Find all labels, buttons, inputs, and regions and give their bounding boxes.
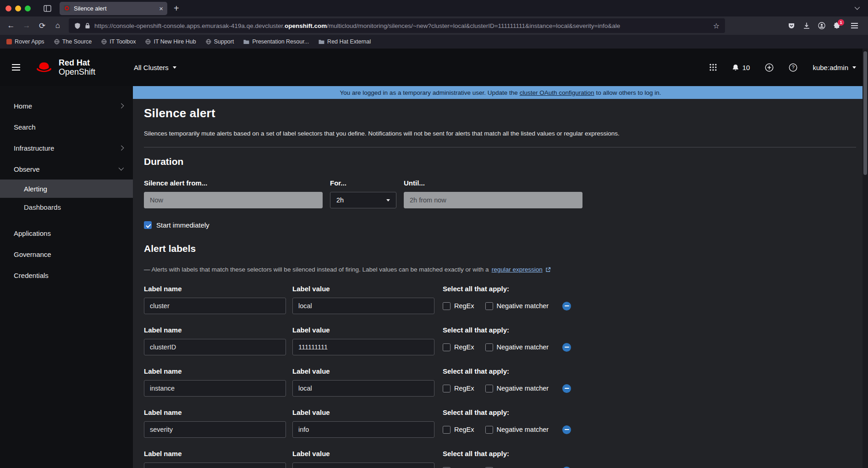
close-window-button[interactable] xyxy=(5,5,11,11)
lock-icon[interactable] xyxy=(85,22,90,29)
account-icon[interactable] xyxy=(818,22,825,29)
sidebar-item-infrastructure[interactable]: Infrastructure xyxy=(0,137,133,158)
sidebar-item-alerting[interactable]: Alerting xyxy=(0,180,133,198)
minimize-window-button[interactable] xyxy=(15,5,21,11)
reload-button[interactable]: ⟳ xyxy=(35,18,49,33)
notifications-button[interactable]: 10 xyxy=(732,64,750,71)
select-all-heading: Select all that apply: xyxy=(443,367,856,375)
import-plus-icon[interactable] xyxy=(765,63,774,72)
regex-option[interactable]: RegEx xyxy=(443,385,474,392)
negative-matcher-option[interactable]: Negative matcher xyxy=(485,426,549,434)
sidebar-item-dashboards[interactable]: Dashboards xyxy=(0,198,133,216)
browser-tab[interactable]: Silence alert × xyxy=(60,2,167,15)
brand-line-1: Red Hat xyxy=(59,58,95,67)
forward-button[interactable]: → xyxy=(19,18,34,33)
maximize-window-button[interactable] xyxy=(25,5,31,11)
masthead-toolbar: 10 ? kube:admin xyxy=(709,63,856,72)
label-value-input[interactable] xyxy=(292,339,434,355)
label-value-input[interactable] xyxy=(292,380,434,397)
negative-matcher-checkbox[interactable] xyxy=(485,343,493,351)
temporary-admin-banner: You are logged in as a temporary adminis… xyxy=(133,86,868,99)
url-text[interactable]: https://console-openshift-console.apps.e… xyxy=(94,22,709,29)
sidebar-item-applications[interactable]: Applications xyxy=(0,223,133,244)
page-scrollbar[interactable] xyxy=(863,49,868,468)
label-value-heading: Label value xyxy=(292,285,434,293)
back-button[interactable]: ← xyxy=(4,18,18,33)
user-menu[interactable]: kube:admin xyxy=(813,64,856,71)
label-name-heading: Label name xyxy=(144,408,286,417)
globe-icon xyxy=(54,39,60,44)
help-icon[interactable]: ? xyxy=(789,63,797,72)
main-content: You are logged in as a temporary adminis… xyxy=(133,86,868,468)
url-bar[interactable]: https://console-openshift-console.apps.e… xyxy=(69,18,725,33)
label-value-input[interactable] xyxy=(292,298,434,314)
remove-label-button[interactable] xyxy=(562,384,571,393)
tracking-shield-icon[interactable] xyxy=(74,22,81,29)
cluster-selector[interactable]: All Clusters xyxy=(134,64,176,71)
sidebar-item-search[interactable]: Search xyxy=(0,116,133,137)
browser-toolbar: ← → ⟳ ⌂ https://console-openshift-consol… xyxy=(0,16,868,35)
cluster-oauth-link[interactable]: cluster OAuth configuration xyxy=(520,89,594,96)
regex-option[interactable]: RegEx xyxy=(443,343,474,351)
sidebar-item-credentials[interactable]: Credentials xyxy=(0,265,133,286)
new-tab-button[interactable]: + xyxy=(174,3,179,14)
bookmark-folder-red-hat-external[interactable]: Red Hat External xyxy=(319,38,371,45)
duration-select[interactable]: 2h xyxy=(330,192,396,208)
negative-matcher-checkbox[interactable] xyxy=(485,302,493,310)
regex-option[interactable]: RegEx xyxy=(443,302,474,310)
sidebar-item-observe[interactable]: Observe xyxy=(0,158,133,180)
app-launcher-icon[interactable] xyxy=(709,64,717,71)
app-menu-icon[interactable] xyxy=(851,23,858,28)
list-all-tabs-icon[interactable] xyxy=(856,7,859,9)
label-name-input[interactable] xyxy=(144,339,286,355)
downloads-icon[interactable] xyxy=(803,22,810,29)
negative-matcher-option[interactable]: Negative matcher xyxy=(485,302,549,310)
start-immediately-option[interactable]: Start immediately xyxy=(144,221,856,229)
openshift-console: Red Hat OpenShift All Clusters 10 xyxy=(0,49,868,468)
label-name-input[interactable] xyxy=(144,463,286,468)
bookmark-star-icon[interactable]: ☆ xyxy=(713,22,720,30)
chevron-down-icon xyxy=(119,166,124,171)
bookmark-the-source[interactable]: The Source xyxy=(54,38,92,45)
minus-circle-icon xyxy=(562,467,571,468)
bookmark-support[interactable]: Support xyxy=(206,38,234,45)
negative-matcher-checkbox[interactable] xyxy=(485,385,493,392)
negative-matcher-checkbox[interactable] xyxy=(485,426,493,434)
label-name-input[interactable] xyxy=(144,298,286,314)
remove-label-button[interactable] xyxy=(562,425,571,434)
label-name-input[interactable] xyxy=(144,421,286,438)
sidebar-item-home[interactable]: Home xyxy=(0,95,133,116)
regex-checkbox[interactable] xyxy=(443,343,450,351)
external-link-icon[interactable] xyxy=(545,267,551,272)
remove-label-button[interactable] xyxy=(562,467,571,468)
regex-option[interactable]: RegEx xyxy=(443,426,474,434)
remove-label-button[interactable] xyxy=(562,343,571,352)
masthead: Red Hat OpenShift All Clusters 10 xyxy=(0,49,868,86)
tab-close-icon[interactable]: × xyxy=(159,5,163,12)
bookmark-folder-presentation-resources[interactable]: Presentation Resour... xyxy=(243,38,309,45)
label-value-input[interactable] xyxy=(292,463,434,468)
home-button[interactable]: ⌂ xyxy=(50,18,65,33)
bookmark-it-toolbox[interactable]: IT Toolbox xyxy=(101,38,136,45)
extensions-icon[interactable]: 1 xyxy=(833,22,841,29)
label-value-input[interactable] xyxy=(292,421,434,438)
firefox-view-icon[interactable] xyxy=(44,5,51,12)
sidebar-item-governance[interactable]: Governance xyxy=(0,244,133,265)
folder-icon xyxy=(319,39,324,44)
negative-matcher-option[interactable]: Negative matcher xyxy=(485,385,549,392)
bookmark-it-new-hire-hub[interactable]: IT New Hire Hub xyxy=(145,38,196,45)
regex-checkbox[interactable] xyxy=(443,426,450,434)
silence-from-label: Silence alert from... xyxy=(144,179,323,187)
bookmarks-bar: Rover Apps The Source IT Toolbox IT New … xyxy=(0,35,868,49)
scrollbar-thumb[interactable] xyxy=(863,51,867,175)
negative-matcher-option[interactable]: Negative matcher xyxy=(485,343,549,351)
remove-label-button[interactable] xyxy=(562,302,571,310)
start-immediately-checkbox[interactable] xyxy=(144,221,152,229)
regex-checkbox[interactable] xyxy=(443,302,450,310)
regex-checkbox[interactable] xyxy=(443,385,450,392)
pocket-icon[interactable] xyxy=(788,22,795,29)
label-name-input[interactable] xyxy=(144,380,286,397)
regular-expression-link[interactable]: regular expression xyxy=(492,266,543,273)
nav-toggle-icon[interactable] xyxy=(12,64,20,71)
bookmark-rover-apps[interactable]: Rover Apps xyxy=(6,38,44,45)
